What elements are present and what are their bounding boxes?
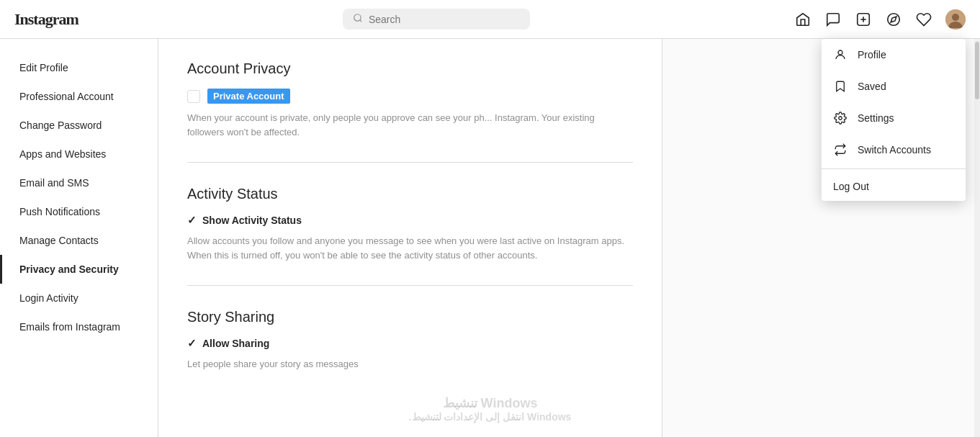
dropdown-settings-label: Settings	[858, 112, 894, 124]
scrollbar-thumb[interactable]	[975, 42, 979, 99]
nav-icons	[794, 9, 966, 30]
dropdown-switch[interactable]: Switch Accounts	[822, 134, 966, 166]
header: Instagram	[0, 0, 980, 39]
svg-marker-6	[891, 17, 896, 22]
svg-line-1	[360, 20, 362, 22]
create-icon[interactable]	[855, 11, 872, 28]
sidebar-item-email-sms[interactable]: Email and SMS	[0, 168, 158, 197]
dropdown-logout[interactable]: Log Out	[822, 172, 966, 201]
gear-icon	[833, 111, 848, 125]
private-account-checkbox[interactable]	[187, 90, 200, 103]
activity-status-section: Activity Status ✓ Show Activity Status A…	[187, 186, 633, 286]
dropdown-divider	[822, 168, 966, 169]
show-activity-row: ✓ Show Activity Status	[187, 214, 633, 227]
sidebar-item-privacy-security[interactable]: Privacy and Security	[0, 255, 158, 284]
dropdown-settings[interactable]: Settings	[822, 102, 966, 134]
sidebar-item-manage-contacts[interactable]: Manage Contacts	[0, 226, 158, 255]
sidebar-item-edit-profile[interactable]: Edit Profile	[0, 53, 158, 82]
sidebar-item-professional-account[interactable]: Professional Account	[0, 82, 158, 111]
instagram-logo: Instagram	[14, 10, 78, 29]
profile-dropdown: Profile Saved Settings Switch Accounts L…	[822, 39, 966, 201]
story-sharing-title: Story Sharing	[187, 309, 633, 325]
dropdown-saved-label: Saved	[858, 81, 886, 92]
home-icon[interactable]	[794, 11, 812, 28]
activity-status-desc: Allow accounts you follow and anyone you…	[187, 234, 633, 262]
search-bar[interactable]	[343, 9, 530, 30]
switch-icon	[833, 143, 848, 157]
dropdown-switch-label: Switch Accounts	[858, 144, 931, 156]
messenger-icon[interactable]	[824, 11, 842, 28]
sidebar-item-login-activity[interactable]: Login Activity	[0, 284, 158, 312]
private-account-label: Private Account	[207, 89, 290, 104]
allow-sharing-label: Allow Sharing	[202, 338, 269, 349]
activity-status-title: Activity Status	[187, 186, 633, 202]
allow-sharing-row: ✓ Allow Sharing	[187, 337, 633, 350]
show-activity-label: Show Activity Status	[202, 215, 302, 226]
svg-point-8	[952, 14, 959, 21]
svg-point-0	[354, 14, 361, 21]
svg-point-10	[839, 117, 842, 120]
story-sharing-desc: Let people share your story as messages	[187, 357, 633, 371]
dropdown-profile[interactable]: Profile	[822, 39, 966, 71]
account-privacy-section: Account Privacy Private Account When you…	[187, 60, 633, 163]
private-account-row: Private Account	[187, 89, 633, 104]
explore-icon[interactable]	[885, 11, 902, 28]
avatar[interactable]	[945, 9, 966, 30]
heart-icon[interactable]	[915, 11, 932, 28]
sidebar: Edit Profile Professional Account Change…	[0, 39, 158, 437]
svg-point-5	[888, 13, 900, 25]
account-privacy-title: Account Privacy	[187, 60, 633, 77]
svg-point-9	[838, 50, 842, 55]
search-icon	[353, 13, 363, 25]
sidebar-item-push-notifications[interactable]: Push Notifications	[0, 197, 158, 226]
dropdown-profile-label: Profile	[858, 49, 886, 60]
scrollbar-track[interactable]	[974, 39, 980, 437]
story-sharing-section: Story Sharing ✓ Allow Sharing Let people…	[187, 309, 633, 395]
main-content: Account Privacy Private Account When you…	[158, 39, 662, 437]
search-input[interactable]	[369, 14, 520, 25]
person-icon	[833, 48, 848, 62]
sidebar-item-change-password[interactable]: Change Password	[0, 111, 158, 140]
dropdown-saved[interactable]: Saved	[822, 71, 966, 102]
sidebar-item-apps-websites[interactable]: Apps and Websites	[0, 140, 158, 168]
checkmark-icon: ✓	[187, 214, 197, 227]
sidebar-item-emails-instagram[interactable]: Emails from Instagram	[0, 312, 158, 341]
bookmark-icon	[833, 79, 848, 94]
account-privacy-desc: When your account is private, only peopl…	[187, 111, 633, 139]
checkmark-icon-2: ✓	[187, 337, 197, 350]
